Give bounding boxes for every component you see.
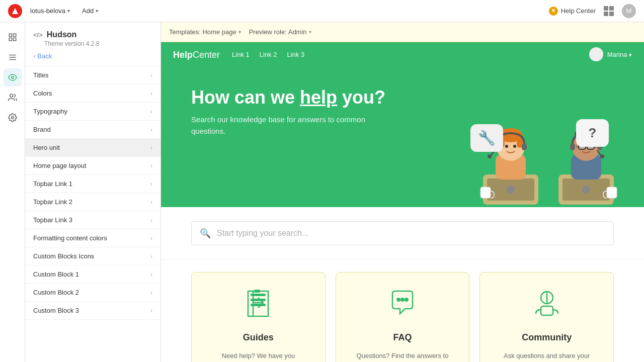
sidebar-item-custom-block-3[interactable]: Custom Block 3› [25, 302, 160, 320]
sidebar-item-label: Hero unit [33, 144, 60, 151]
sidebar-item-label: Topbar Link 1 [33, 180, 72, 188]
brand-chevron-icon: ▾ [67, 8, 70, 14]
hero-title-suffix: you? [337, 87, 385, 108]
nav-link-1[interactable]: Link 1 [232, 51, 250, 58]
search-section: 🔍 Start typing your search... [161, 207, 644, 260]
icon-bar-users[interactable] [4, 88, 22, 107]
sidebar-item-chevron-icon: › [150, 235, 152, 242]
svg-point-22 [505, 145, 508, 148]
card-desc-community: Ask questions and share your [504, 351, 590, 361]
sidebar-header: </> Hudson Theme version 4.2.8 ‹ Back [25, 22, 160, 66]
hc-nav: HelpCenter Link 1 Link 2 Link 3 Marina ▾ [161, 42, 644, 66]
sidebar-item-hero-unit[interactable]: Hero unit› [25, 139, 160, 157]
sidebar-item-label: Brand [33, 126, 51, 133]
search-icon: 🔍 [200, 228, 211, 239]
svg-rect-0 [9, 34, 12, 36]
hero-title: How can we help you? [191, 86, 392, 108]
sidebar-item-chevron-icon: › [150, 90, 152, 97]
theme-name-label: Hudson [47, 30, 77, 39]
sidebar-item-label: Custom Block 1 [33, 270, 79, 278]
svg-point-9 [11, 117, 14, 119]
sidebar-item-label: Typography [33, 108, 67, 115]
svg-rect-1 [13, 34, 16, 36]
sidebar-item-typography[interactable]: Typography› [25, 103, 160, 121]
sidebar-item-chevron-icon: › [150, 217, 152, 224]
content-area: Templates: Home page ▾ Preview role: Adm… [161, 22, 644, 362]
svg-point-47 [405, 298, 409, 302]
preview-frame: HelpCenter Link 1 Link 2 Link 3 Marina ▾ [161, 42, 644, 362]
topbar: lotus-belova ▾ Add ▾ ✕ Help Center M [0, 0, 644, 22]
add-button[interactable]: Add ▾ [78, 5, 102, 17]
sidebar-item-formatting-content-colors[interactable]: Formatting content colors› [25, 229, 160, 247]
sidebar-item-brand[interactable]: Brand› [25, 121, 160, 139]
icon-bar-eye[interactable] [4, 68, 22, 86]
sidebar-item-home-page-layout[interactable]: Home page layout› [25, 157, 160, 175]
sidebar-item-label: Topbar Link 3 [33, 216, 72, 224]
svg-rect-3 [13, 38, 16, 41]
hero-text: How can we help you? Search our knowledg… [191, 86, 392, 137]
sidebar-item-chevron-icon: › [150, 108, 152, 115]
help-center-button[interactable]: ✕ Help Center [549, 7, 596, 16]
svg-rect-2 [9, 38, 12, 41]
card-desc-faq: Questions? Find the answers to [357, 351, 449, 361]
code-icon: </> [33, 31, 43, 39]
hero-section: How can we help you? Search our knowledg… [161, 66, 644, 207]
theme-name: </> Hudson [33, 30, 152, 39]
card-icon-guides [243, 289, 273, 324]
hc-username: Marina ▾ [607, 51, 632, 58]
icon-bar-sections[interactable] [4, 48, 22, 66]
avatar-label: M [626, 7, 632, 15]
theme-version: Theme version 4.2.8 [33, 40, 152, 47]
card-icon-faq [387, 289, 418, 324]
nav-link-3[interactable]: Link 3 [287, 51, 304, 58]
sidebar-item-custom-block-1[interactable]: Custom Block 1› [25, 265, 160, 284]
sidebar-item-chevron-icon: › [150, 126, 152, 133]
templates-dropdown[interactable]: Templates: Home page ▾ [169, 28, 241, 36]
hc-logo: HelpCenter [173, 49, 220, 60]
user-avatar[interactable]: M [622, 4, 636, 18]
sidebar-item-topbar-link-1[interactable]: Topbar Link 1› [25, 175, 160, 193]
search-box[interactable]: 🔍 Start typing your search... [191, 221, 614, 245]
sidebar-item-chevron-icon: › [150, 162, 152, 169]
grid-icon[interactable] [604, 6, 614, 16]
sidebar-item-titles[interactable]: Titles› [25, 66, 160, 84]
sidebar-item-chevron-icon: › [150, 271, 152, 278]
sidebar-list: Titles›Colors›Typography›Brand›Hero unit… [25, 66, 160, 362]
sidebar-item-chevron-icon: › [150, 199, 152, 206]
sidebar-item-topbar-link-2[interactable]: Topbar Link 2› [25, 193, 160, 211]
card-title-faq: FAQ [393, 332, 412, 343]
sidebar-item-chevron-icon: › [150, 253, 152, 260]
svg-point-45 [396, 298, 400, 302]
card-faq: FAQ Questions? Find the answers to [336, 272, 470, 362]
topbar-right: ✕ Help Center M [549, 4, 636, 18]
svg-rect-40 [607, 187, 617, 198]
sidebar-item-chevron-icon: › [150, 180, 152, 188]
hc-user-avatar [589, 47, 603, 61]
svg-point-23 [513, 145, 516, 148]
sidebar-item-label: Titles [33, 71, 49, 79]
sidebar: </> Hudson Theme version 4.2.8 ‹ Back Ti… [25, 22, 161, 362]
sidebar-item-label: Custom Block 2 [33, 289, 79, 296]
sidebar-item-custom-blocks-icons[interactable]: Custom Blocks Icons› [25, 247, 160, 265]
icon-bar-home[interactable] [4, 28, 22, 46]
templates-label: Templates: Home page [169, 28, 236, 36]
icon-bar-settings[interactable] [4, 109, 22, 127]
sidebar-item-label: Colors [33, 89, 52, 97]
preview-bar: Templates: Home page ▾ Preview role: Adm… [161, 22, 644, 42]
brand-dropdown[interactable]: lotus-belova ▾ [30, 7, 70, 15]
brand-name: lotus-belova [30, 7, 65, 15]
sidebar-item-custom-block-2[interactable]: Custom Block 2› [25, 284, 160, 302]
hero-title-prefix: How can we [191, 87, 300, 108]
svg-point-8 [10, 94, 13, 97]
nav-link-2[interactable]: Link 2 [260, 51, 277, 58]
preview-role-dropdown[interactable]: Preview role: Admin ▾ [249, 28, 311, 36]
sidebar-item-colors[interactable]: Colors› [25, 84, 160, 103]
sidebar-item-topbar-link-3[interactable]: Topbar Link 3› [25, 211, 160, 229]
hero-title-highlight: help [300, 87, 337, 108]
svg-point-12 [507, 186, 515, 194]
hc-nav-links: Link 1 Link 2 Link 3 [232, 51, 577, 58]
back-button[interactable]: ‹ Back [33, 52, 152, 60]
svg-rect-19 [522, 143, 527, 150]
card-icon-community [532, 289, 562, 324]
sidebar-item-label: Topbar Link 2 [33, 198, 72, 206]
